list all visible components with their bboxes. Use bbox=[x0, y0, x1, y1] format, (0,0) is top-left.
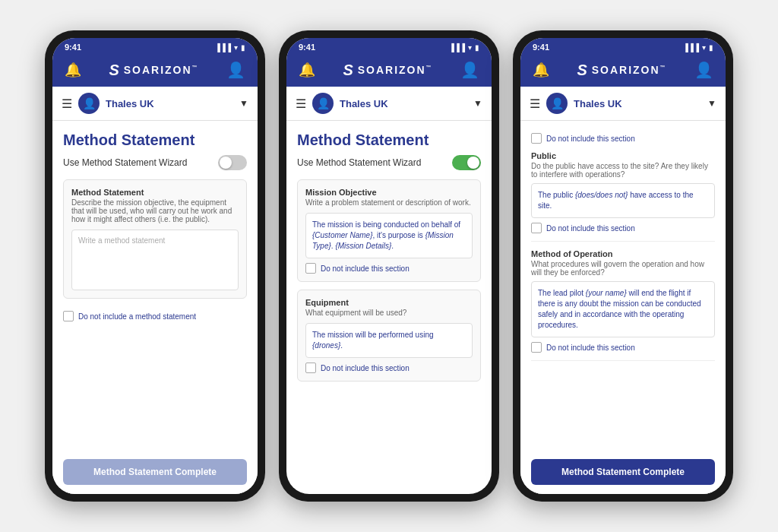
public-template[interactable]: The public {does/does not} have access t… bbox=[531, 183, 715, 218]
do-not-label-public: Do not include this section bbox=[546, 224, 635, 233]
app-name-1: SOARIZON™ bbox=[124, 64, 199, 76]
do-not-include-mission[interactable]: Do not include this section bbox=[305, 263, 473, 274]
bell-icon-2[interactable]: 🔔 bbox=[299, 62, 315, 78]
status-bar-2: 9:41 ▐▐▐ ▾ ▮ bbox=[286, 38, 492, 55]
app-header-3: 🔔 S SOARIZON™ 👤 bbox=[520, 55, 726, 87]
bell-icon-1[interactable]: 🔔 bbox=[65, 62, 81, 78]
page-title-1: Method Statement bbox=[63, 131, 247, 149]
user-icon-2[interactable]: 👤 bbox=[460, 61, 479, 79]
checkbox-1[interactable] bbox=[63, 311, 74, 321]
chevron-down-icon-1[interactable]: ▼ bbox=[239, 98, 248, 109]
phone-1: 9:41 ▐▐▐ ▾ ▮ 🔔 S SOARIZON™ 👤 ☰ 👤 bbox=[45, 30, 265, 502]
org-name-3: Thales UK bbox=[574, 98, 701, 109]
checkbox-method-op[interactable] bbox=[531, 342, 542, 353]
logo-2: S SOARIZON™ bbox=[343, 62, 432, 79]
user-icon-1[interactable]: 👤 bbox=[226, 61, 245, 79]
do-not-include-method-op[interactable]: Do not include this section bbox=[531, 342, 715, 353]
complete-btn-3[interactable]: Method Statement Complete bbox=[531, 459, 715, 485]
sub-header-2: ☰ 👤 Thales UK ▼ bbox=[286, 87, 492, 121]
wizard-label-1: Use Method Statement Wizard bbox=[63, 157, 187, 168]
complete-btn-1[interactable]: Method Statement Complete bbox=[63, 459, 247, 485]
logo-s-icon: S bbox=[109, 62, 119, 79]
wizard-toggle-1[interactable] bbox=[218, 155, 247, 170]
wizard-toggle-row-2: Use Method Statement Wizard bbox=[297, 155, 481, 170]
time-2: 9:41 bbox=[299, 43, 315, 52]
do-not-label-mission: Do not include this section bbox=[321, 264, 410, 273]
wifi-icon: ▾ bbox=[234, 43, 238, 52]
equipment-title: Equipment bbox=[305, 298, 473, 307]
do-not-include-1[interactable]: Do not include a method statement bbox=[63, 311, 247, 321]
wizard-toggle-row-1: Use Method Statement Wizard bbox=[63, 155, 247, 170]
bottom-btn-3: Method Statement Complete bbox=[520, 453, 726, 494]
logo-1: S SOARIZON™ bbox=[109, 62, 198, 79]
method-op-desc: What procedures will govern the operatio… bbox=[531, 260, 715, 277]
sub-header-1: ☰ 👤 Thales UK ▼ bbox=[52, 87, 258, 121]
checkbox-mission[interactable] bbox=[305, 263, 316, 274]
logo-s-icon-2: S bbox=[343, 62, 353, 79]
status-bar-1: 9:41 ▐▐▐ ▾ ▮ bbox=[52, 38, 258, 55]
app-name-2: SOARIZON™ bbox=[358, 64, 433, 76]
do-not-include-equipment[interactable]: Do not include this section bbox=[305, 363, 473, 373]
method-op-template[interactable]: The lead pilot {your name} will end the … bbox=[531, 281, 715, 337]
method-statement-card: Method Statement Describe the mission ob… bbox=[63, 179, 247, 299]
content-2: Method Statement Use Method Statement Wi… bbox=[286, 121, 492, 494]
equipment-card: Equipment What equipment will be used? T… bbox=[297, 290, 481, 382]
do-not-include-public[interactable]: Do not include this section bbox=[531, 223, 715, 233]
time-3: 9:41 bbox=[533, 43, 549, 52]
user-icon-3[interactable]: 👤 bbox=[694, 61, 713, 79]
mission-objective-desc: Write a problem statement or description… bbox=[305, 198, 473, 207]
method-op-title: Method of Operation bbox=[531, 249, 715, 258]
menu-icon-1[interactable]: ☰ bbox=[62, 97, 72, 111]
phone-3: 9:41 ▐▐▐ ▾ ▮ 🔔 S SOARIZON™ 👤 ☰ 👤 bbox=[513, 30, 733, 502]
do-not-label-equipment: Do not include this section bbox=[321, 364, 410, 372]
equipment-template[interactable]: The mission will be performed using {dro… bbox=[305, 323, 473, 358]
phone-2: 9:41 ▐▐▐ ▾ ▮ 🔔 S SOARIZON™ 👤 ☰ 👤 bbox=[279, 30, 499, 502]
battery-icon: ▮ bbox=[241, 43, 245, 52]
wifi-icon-3: ▾ bbox=[702, 43, 706, 52]
checkbox-public[interactable] bbox=[531, 223, 542, 233]
logo-s-icon-3: S bbox=[577, 62, 587, 79]
public-desc: Do the public have access to the site? A… bbox=[531, 162, 715, 179]
mission-objective-title: Mission Objective bbox=[305, 188, 473, 197]
content-1: Method Statement Use Method Statement Wi… bbox=[52, 121, 258, 453]
section-desc-1: Describe the mission objective, the equi… bbox=[71, 198, 239, 223]
avatar-2: 👤 bbox=[312, 93, 334, 114]
chevron-down-icon-2[interactable]: ▼ bbox=[473, 98, 482, 109]
app-header-2: 🔔 S SOARIZON™ 👤 bbox=[286, 55, 492, 87]
status-icons-3: ▐▐▐ ▾ ▮ bbox=[683, 43, 713, 52]
app-header-1: 🔔 S SOARIZON™ 👤 bbox=[52, 55, 258, 87]
mission-objective-card: Mission Objective Write a problem statem… bbox=[297, 179, 481, 282]
battery-icon-3: ▮ bbox=[709, 43, 713, 52]
wizard-toggle-2[interactable] bbox=[452, 155, 481, 170]
method-of-operation-section: Method of Operation What procedures will… bbox=[531, 249, 715, 361]
org-name-2: Thales UK bbox=[340, 98, 467, 109]
sub-header-3: ☰ 👤 Thales UK ▼ bbox=[520, 87, 726, 121]
method-statement-textarea[interactable]: Write a method statement bbox=[71, 230, 239, 290]
checkbox-equipment[interactable] bbox=[305, 363, 316, 373]
mission-objective-template[interactable]: The mission is being conducted on behalf… bbox=[305, 213, 473, 258]
avatar-1: 👤 bbox=[78, 93, 100, 114]
org-name-1: Thales UK bbox=[106, 98, 233, 109]
time-1: 9:41 bbox=[65, 43, 81, 52]
public-title: Public bbox=[531, 151, 715, 160]
battery-icon-2: ▮ bbox=[475, 43, 479, 52]
status-icons-1: ▐▐▐ ▾ ▮ bbox=[215, 43, 245, 52]
page-title-2: Method Statement bbox=[297, 131, 481, 149]
phones-container: 9:41 ▐▐▐ ▾ ▮ 🔔 S SOARIZON™ 👤 ☰ 👤 bbox=[30, 15, 748, 517]
scroll-content-3: Do not include this section Public Do th… bbox=[520, 121, 726, 453]
wifi-icon-2: ▾ bbox=[468, 43, 472, 52]
chevron-down-icon-3[interactable]: ▼ bbox=[707, 98, 716, 109]
checkbox-top[interactable] bbox=[531, 133, 542, 144]
status-bar-3: 9:41 ▐▐▐ ▾ ▮ bbox=[520, 38, 726, 55]
menu-icon-3[interactable]: ☰ bbox=[530, 97, 540, 111]
do-not-label-method-op: Do not include this section bbox=[546, 344, 635, 352]
status-icons-2: ▐▐▐ ▾ ▮ bbox=[449, 43, 479, 52]
signal-icon-3: ▐▐▐ bbox=[683, 43, 699, 52]
bell-icon-3[interactable]: 🔔 bbox=[533, 62, 549, 78]
do-not-include-top[interactable]: Do not include this section bbox=[531, 133, 715, 144]
do-not-label-top: Do not include this section bbox=[546, 135, 635, 143]
bottom-btn-1: Method Statement Complete bbox=[52, 453, 258, 494]
menu-icon-2[interactable]: ☰ bbox=[296, 97, 306, 111]
logo-3: S SOARIZON™ bbox=[577, 62, 666, 79]
app-name-3: SOARIZON™ bbox=[592, 64, 667, 76]
